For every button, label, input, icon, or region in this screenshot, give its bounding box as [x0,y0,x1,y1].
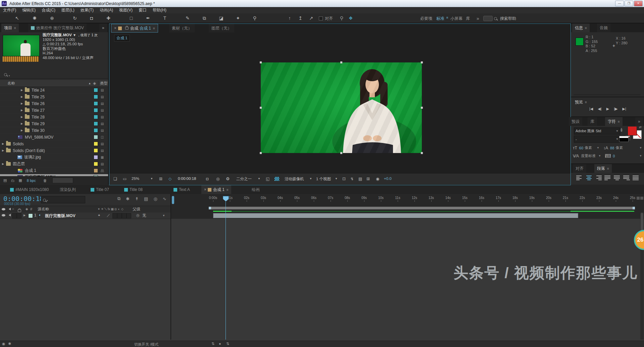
item-label[interactable]: 固态层 [13,161,94,167]
project-item-row[interactable]: ▶ Solids (Don't Edit) ▤ [0,147,108,154]
tool-icon[interactable]: T [160,14,169,22]
tool-icon[interactable]: ◘ [87,14,96,22]
expand-arrow-icon[interactable]: ▶ [21,109,25,112]
tool-icon[interactable]: ✦ [234,14,242,22]
timeline-search-input[interactable]: ▾ [41,196,85,203]
timeline-tab[interactable]: Title 08 [120,185,147,194]
character-tab-overflow-icon[interactable]: » [635,117,643,126]
tool-icon[interactable]: ✚ [104,14,113,22]
layer-slash-icon[interactable]: ／ [107,213,110,218]
project-item-row[interactable]: ▶ Solids ▤ [0,141,108,147]
expand-arrow-icon[interactable]: ▶ [21,122,25,125]
align-button[interactable] [613,174,621,182]
timeline-option-icon[interactable]: ✱ [126,196,130,201]
camera-arrow-icon[interactable]: ▼ [309,177,312,180]
item-label[interactable]: 合成 1 [25,168,94,174]
timeline-tab[interactable]: × 合成 1 ≡ [201,185,231,194]
sort-arrow-icon[interactable]: ▲ [88,82,91,85]
column-name[interactable]: 名称 [7,81,15,86]
font-size-arrow-icon[interactable]: ▼ [597,146,599,149]
toggle-switches-hint[interactable]: 切换开关 /模式 [134,342,158,347]
timeline-option-icon[interactable]: ∿ [163,196,166,201]
tab-presets[interactable]: 预设 [569,117,582,126]
grid-guides-icon[interactable]: ⊞ [159,177,162,181]
view-layout-dropdown[interactable]: 1 个视图 [316,177,331,182]
menu-item[interactable]: 效果(T) [78,7,97,13]
handle-mid-right[interactable] [421,107,423,109]
align-button[interactable] [632,174,640,182]
fill-color-swatch[interactable] [628,126,637,136]
panel-menu-icon[interactable]: ≡ [14,26,16,30]
transparency-grid-icon[interactable] [275,177,279,181]
tool-icon[interactable]: ↖ [13,14,21,22]
resolution-dropdown[interactable]: 二分之一 [236,177,252,182]
label-color-chip[interactable] [94,88,98,92]
workspace-tab[interactable]: 库 [466,16,470,21]
handle-bottom-left[interactable] [260,152,262,154]
layer-eye-icon[interactable] [2,214,5,216]
handle-top-right[interactable] [421,61,423,63]
item-label[interactable]: Title 30 [32,128,94,133]
tab-close-icon[interactable]: × [114,26,116,31]
snap-option2-icon[interactable]: ❖ [346,14,355,22]
work-area-end-handle[interactable] [633,207,635,209]
tracking-value[interactable]: 0 [613,154,615,158]
new-composition-icon[interactable]: ▦ [18,178,22,183]
workspace-tab[interactable]: 标准 [436,16,444,21]
label-color-chip[interactable] [94,168,98,173]
layer-switch-cell[interactable] [112,213,117,218]
axis-mode-icon[interactable]: ↑ [285,14,294,22]
switch-column-icon[interactable]: ◎ [114,207,117,211]
label-color-chip[interactable] [94,155,98,159]
label-color-chip[interactable] [94,148,98,153]
workspace-menu-icon[interactable]: ≡ [446,16,448,19]
item-label[interactable]: 玻璃2.jpg [24,154,94,160]
eye-column-icon[interactable] [2,208,5,210]
expand-arrow-icon[interactable]: ▶ [21,89,25,92]
menu-item[interactable]: 图层(L) [58,7,78,13]
preview-title[interactable]: 预览≡ [575,99,587,105]
fast-previews-icon[interactable]: ↯ [350,177,354,181]
work-area-start-handle[interactable] [209,207,211,209]
project-item-row[interactable]: 玻璃2.jpg ▦ [0,154,108,161]
parent-pickwhip-icon[interactable]: ◎ [136,213,140,217]
parent-arrow-icon[interactable]: ▼ [162,214,165,217]
label-color-chip[interactable] [94,128,98,133]
font-style-dropdown[interactable]: -▼ [574,136,620,143]
expand-render-icon[interactable]: ● [219,342,221,346]
menu-item[interactable]: 编辑(E) [19,7,39,13]
handle-bottom-right[interactable] [421,152,423,154]
tool-icon[interactable]: ✺ [30,14,39,22]
timeline-option-icon[interactable]: ⧉ [117,196,120,201]
current-time-display[interactable]: 0:00:00:18 [3,195,44,203]
tool-icon[interactable]: ⧉ [200,14,209,22]
snapshot-icon[interactable]: ◘ [206,177,208,181]
label-color-chip[interactable] [94,95,98,99]
snap-checkbox[interactable] [319,16,323,20]
work-area-bar[interactable] [209,207,635,209]
switch-column-icon[interactable]: ☀ [101,207,104,211]
timeline-tab[interactable]: Title 07 [87,185,114,194]
comp-breadcrumb[interactable]: 合成 1 [114,35,130,42]
tool-icon[interactable]: ◪ [217,14,226,22]
menu-item[interactable]: 动画(A) [97,7,116,13]
footage-usage[interactable]: ▼ ，使用了 1 次 [73,33,98,37]
project-item-row[interactable]: 合成 1 品 [0,167,108,174]
layer-switch-cell[interactable] [117,213,122,218]
search-help-label[interactable]: 搜索帮助 [500,16,516,21]
handle-mid-left[interactable] [260,107,262,109]
status-icon-b[interactable]: ✱ [8,342,11,346]
layer-parent-dropdown[interactable]: 无 [142,213,146,218]
layer-solo-cell[interactable] [12,213,17,218]
tracking-arrow-icon[interactable]: ▼ [639,154,642,157]
expand-arrow-icon[interactable]: ▶ [2,162,6,165]
switch-column-icon[interactable]: ◇ [121,207,124,211]
time-ruler[interactable]: 0:00s01s02s03s04s05s06s07s08s09s10s11s12… [171,196,644,202]
tool-icon[interactable]: □ [127,14,136,22]
layer-switch-cell[interactable] [127,213,131,218]
snap-option-icon[interactable]: ⚲ [337,14,346,22]
menu-item[interactable]: 文件(F) [0,7,19,13]
tool-icon[interactable]: ↻ [70,14,79,22]
menu-item[interactable]: 帮助(H) [150,7,169,13]
axis-mode-icon[interactable]: ↗ [307,14,315,22]
